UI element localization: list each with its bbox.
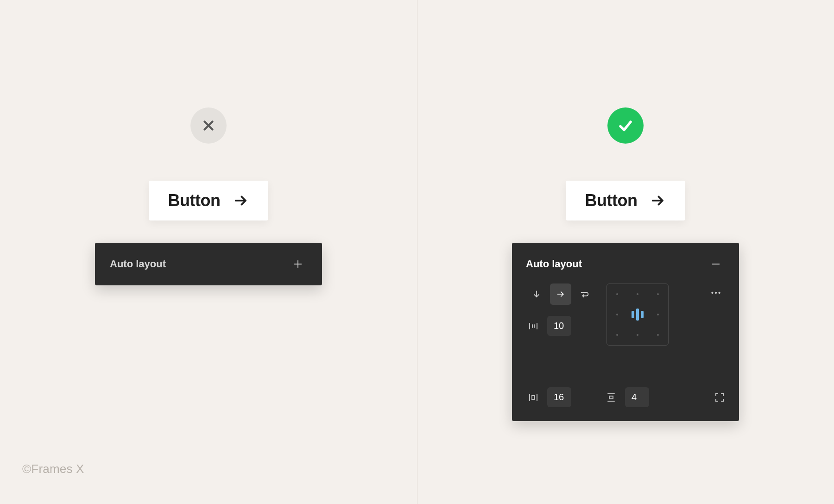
direction-row [526,284,595,305]
align-bottom-center[interactable] [627,325,648,345]
direction-horizontal-button[interactable] [550,284,571,305]
padding-horizontal-input[interactable]: 16 [547,387,571,407]
remove-auto-layout-button[interactable] [707,255,725,273]
align-bottom-right[interactable] [648,325,668,345]
arrow-right-icon [233,193,249,208]
status-badge-good [607,107,644,144]
watermark: ©Frames X [22,462,84,476]
example-button-right[interactable]: Button [566,181,686,220]
check-icon [617,117,634,134]
spacing-row: 10 [526,316,595,336]
align-top-right[interactable] [648,284,668,304]
spacing-input[interactable]: 10 [547,316,571,336]
panel-title: Auto layout [526,258,582,270]
arrow-down-icon [532,290,541,299]
svg-point-14 [715,292,717,294]
dots-icon [710,287,722,299]
button-label: Button [168,191,221,210]
alignment-grid[interactable] [607,284,669,346]
arrow-right-icon [650,193,666,208]
align-middle-right[interactable] [648,304,668,325]
add-auto-layout-button[interactable] [289,255,307,273]
spacing-icon [526,319,541,334]
status-badge-bad [190,107,227,144]
minus-icon [711,259,721,269]
padding-horizontal-icon [526,390,541,405]
direction-wrap-button[interactable] [574,284,595,305]
plus-icon [293,259,303,269]
align-top-center[interactable] [627,284,648,304]
close-icon [201,118,216,133]
svg-point-15 [718,292,720,294]
svg-rect-21 [609,396,613,399]
align-top-left[interactable] [607,284,627,304]
arrow-right-icon [556,290,565,299]
wrap-icon [580,289,590,299]
panel-title: Auto layout [110,258,166,270]
padding-vertical-icon [604,390,619,405]
individual-padding-button[interactable] [714,388,725,407]
align-center-icon [632,309,644,321]
padding-vertical-input[interactable]: 4 [625,387,649,407]
direction-vertical-button[interactable] [526,284,547,305]
auto-layout-panel-expanded: Auto layout [512,243,739,421]
expand-padding-icon [714,392,725,403]
align-bottom-left[interactable] [607,325,627,345]
align-middle-left[interactable] [607,304,627,325]
padding-vertical-row: 4 [604,387,649,407]
svg-rect-18 [532,396,535,399]
svg-point-13 [711,292,713,294]
left-column: Button Auto layout [0,0,417,504]
auto-layout-panel-collapsed: Auto layout [95,243,322,285]
align-center[interactable] [627,304,648,325]
more-options-button[interactable] [707,284,725,302]
vertical-divider [417,0,417,504]
button-label: Button [585,191,638,210]
right-column: Button Auto layout [417,0,834,504]
padding-horizontal-row: 16 [526,387,571,407]
example-button-left[interactable]: Button [149,181,269,220]
